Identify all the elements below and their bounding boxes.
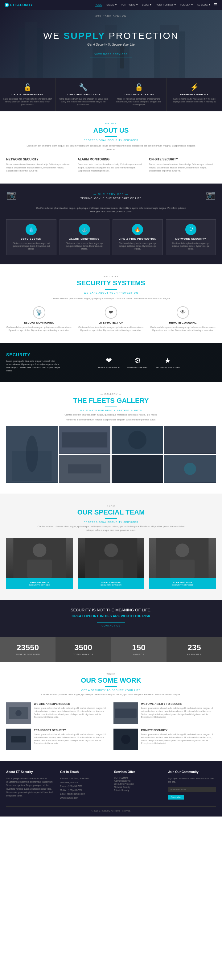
gallery-item-6[interactable] [112, 455, 163, 483]
counter-awards-label: AWARDS [114, 653, 163, 655]
team-name-2: MIKE JOHNSON [80, 581, 142, 584]
navbar: ET SECURITY HOME PAGES ▼ PORTFOLIO ▼ BLO… [0, 0, 222, 10]
nav-blog[interactable]: BLOG ▼ [142, 3, 152, 6]
footer-about-title: About ET Security [6, 770, 54, 774]
svg-rect-18 [68, 465, 101, 474]
alarm-title2: ALARM MONITORING [63, 237, 106, 240]
hero-protection: PROTECTION [109, 30, 179, 41]
stats-right: ❤ YEARS EXPERIENCE ⚙ PATIENTS TREATED ★ … [62, 356, 216, 369]
service-network: 🛡 NETWORK SECURITY Claritas ed etsm phar… [166, 219, 216, 255]
staff-label: PROFESSIONAL STAFF [156, 366, 180, 369]
svg-rect-16 [164, 426, 216, 453]
remote-icon: 👁 [177, 306, 189, 319]
counter-guarded-num: 23550 [3, 643, 52, 652]
team-info-2: MIKE JOHNSON SECURITY OFFICER [78, 578, 144, 589]
gallery-item-4[interactable] [164, 426, 216, 454]
security-life: ❤ LIFE PROTECTION Claritas ed etsm phare… [78, 306, 144, 332]
hero-address: 200 PARK AVENUE [95, 14, 127, 17]
footer-about: About ET Security Sed ut perspiciatis un… [6, 770, 54, 800]
nav-postformat[interactable]: POST FORMAT ▼ [156, 3, 176, 6]
footer-contact: Get In Touch Address: 220 West, Suite 40… [60, 770, 108, 800]
life-icon: ❤ [105, 306, 117, 319]
stats-title: SECURITY [6, 352, 62, 357]
work-item-private: PRIVATE SECURITY Lorem ipsum dolor sit a… [113, 729, 216, 750]
nav-formula[interactable]: FOMULA ▼ [180, 3, 193, 6]
support-title: LITIGATION SUPPORT [114, 93, 163, 96]
work-img-4 [113, 729, 138, 750]
counter-branches: 235 BRANCHES [166, 637, 222, 662]
svg-point-23 [33, 544, 46, 557]
footer-link-alarm[interactable]: Alarm Monitoring [114, 780, 162, 782]
footer-subscribe-btn[interactable]: Subscribe [168, 795, 184, 800]
stats-left: SECURITY Lorem ipsum porta diam ante tem… [6, 352, 62, 372]
nav-home[interactable]: HOME [95, 3, 102, 6]
logo-icon [5, 3, 9, 7]
work-item-experienced: WE ARE AN EXPERIENCED Lorem ipsum dolor … [6, 702, 109, 724]
svg-rect-24 [27, 560, 52, 578]
service-cctv: 💧 CCTV SYSTEM Claritas ed etsm pharetra … [6, 219, 56, 255]
secsys-desc: Claritas ed etsm pharetra diam augue, qu… [34, 297, 188, 300]
nav-ksblog[interactable]: KS BLOG ▼ [197, 3, 211, 6]
site-logo[interactable]: ET SECURITY [5, 3, 33, 7]
stats-text: Lorem ipsum porta diam ante tempor. Laor… [6, 360, 62, 372]
svg-rect-30 [170, 560, 195, 578]
work-item-transport: TRANSPORT SECURITY Lorem ipsum dolor sit… [6, 729, 109, 750]
escort-title: ESCORT MONITORING [6, 321, 72, 324]
about-section: — ABOUT — ABOUT US PROFESSIONAL SECURITY… [0, 111, 222, 183]
team-photo-3 [149, 538, 216, 578]
footer-website: www.example.com [60, 796, 108, 800]
footer-link-fire[interactable]: Life & Fire Protection [114, 783, 162, 785]
footer-bottom: © 2016 ET Security. All Rights Reserved. [6, 807, 216, 812]
feature-support: 🔓 LITIGATION SUPPORT Made for individual… [111, 78, 167, 111]
team-member-2: MIKE JOHNSON SECURITY OFFICER [78, 538, 144, 589]
gallery-desc2: Rendered elit condimentum magna. Suspend… [34, 418, 188, 422]
about-desc: Dignissim elit pharetra diam augue, qui … [26, 144, 196, 151]
security-remote: 👁 REMOTE GUARDING Claritas ed etsm phare… [150, 306, 216, 332]
remote-text: Claritas ed etsm pharetra diam augue, qu… [150, 326, 216, 332]
hero-content: WE SUPPLY PROTECTION Get A Security To S… [43, 30, 179, 57]
hero-btn[interactable]: VIEW MORE SERVICES [90, 51, 132, 57]
footer-mobile: Mobile: (123) 456-7890 [60, 788, 108, 792]
remote-title: REMOTE GUARDING [150, 321, 216, 324]
onsite-text: Donec non meis condimentum diam et adip,… [149, 163, 216, 173]
alarm-text: Donec non meis condimentum diam et adip,… [78, 163, 144, 173]
about-title: ABOUT US [6, 126, 216, 135]
work-content-3: TRANSPORT SECURITY Lorem ipsum dolor sit… [34, 729, 109, 750]
about-subtitle: — ABOUT — [6, 122, 216, 125]
svg-rect-37 [11, 736, 26, 743]
footer-email-input[interactable] [168, 787, 216, 792]
team-section: — TEAM — OUR SPECIAL TEAM PROFESSIONAL S… [0, 493, 222, 600]
svg-rect-27 [99, 560, 123, 578]
work-pre: — WORK — [6, 673, 216, 675]
footer-contact-title: Get In Touch [60, 770, 108, 774]
gallery-item-1[interactable] [6, 426, 58, 483]
work-item-ability: WE HAVE ABILITY TO SECURE Lorem ipsum do… [113, 702, 216, 724]
support-icon: 🔓 [114, 83, 163, 91]
about-cols: NETWORK SECURITY Donec non meis condimen… [6, 158, 216, 173]
svg-point-11 [26, 436, 38, 472]
footer-link-private[interactable]: Private Security [114, 789, 162, 791]
footer: About ET Security Sed ut perspiciatis un… [0, 761, 222, 816]
team-photo-2 [78, 538, 144, 578]
gallery-item-5[interactable] [59, 455, 110, 483]
svg-point-15 [128, 431, 146, 449]
footer-about-text: Sed ut perspiciatis undis iste natus err… [6, 777, 54, 797]
nav-pages[interactable]: PAGES ▼ [106, 3, 117, 6]
quote-btn[interactable]: CONTACT US [97, 622, 125, 629]
secsys-title: SECURITY SYSTEMS [6, 279, 216, 287]
footer-link-network[interactable]: Network Security [114, 786, 162, 788]
team-info-3: ALEX WILLIAMS SECURITY OFFICER [149, 578, 216, 589]
footer-link-cctv[interactable]: CCTV System [114, 777, 162, 779]
hamburger-icon[interactable]: ☰ [214, 3, 217, 7]
gallery-tagline: WE ALWAYS USE BEST & FASTEST FLEETS [6, 409, 216, 412]
litigation-title: LITIGATION AVOIDANCE [59, 93, 108, 96]
gallery-item-2[interactable] [59, 426, 110, 454]
feature-crisis: 🔓 CRISIS MANAGEMENT Kante developed with… [0, 78, 56, 111]
gallery-item-7[interactable] [164, 455, 216, 483]
quote-section: SECURITY IS NOT THE MEANING OF LIFE. GRE… [0, 600, 222, 637]
gallery-item-3[interactable] [112, 426, 163, 454]
network-title2: NETWORK SECURITY [169, 237, 213, 240]
nav-portfolio[interactable]: PORTFOLIO ▼ [121, 3, 138, 6]
svg-point-21 [184, 463, 196, 475]
footer-email: Email: info@example.com [60, 792, 108, 796]
